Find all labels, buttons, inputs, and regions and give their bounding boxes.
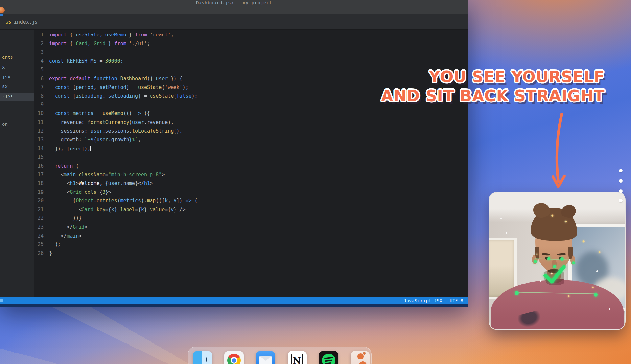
sidebar-item-jsx[interactable]: .jsx (0, 93, 34, 101)
sparkle-icon: ✦ (550, 272, 553, 275)
title-bar[interactable]: Dashboard.jsx — my-project (0, 0, 468, 14)
code-line[interactable]: 3 (34, 49, 468, 58)
desktop: Dashboard.jsx — my-project JS index.js e… (0, 0, 631, 364)
code-line[interactable]: 16 return ( (34, 163, 468, 172)
window-title: Dashboard.jsx — my-project (0, 0, 468, 14)
sidebar-item-on[interactable]: on (0, 122, 34, 129)
sparkle-icon: ✦ (564, 219, 567, 224)
code-line[interactable]: 18 <h1>Welcome, {user.name}</h1> (34, 180, 468, 189)
code-line[interactable]: 13 growth: `+${user.growth}%`, (34, 137, 468, 146)
sparkle-icon: ✦ (598, 250, 601, 255)
code-line[interactable]: 17 <main className="min-h-screen p-8"> (34, 172, 468, 181)
status-left-glyph (0, 299, 3, 302)
headline-line-2: AND SIT BACK STRAIGHT (381, 86, 605, 105)
code-line[interactable]: 23 </Grid> (34, 224, 468, 233)
status-language[interactable]: JavaScript JSX (404, 298, 442, 303)
dock: N (188, 347, 372, 364)
landmark-dot-ear-right (572, 261, 575, 264)
tab-index-js[interactable]: JS index.js (6, 14, 38, 30)
code-line[interactable]: 11 revenue: formatCurrency(user.revenue)… (34, 119, 468, 128)
editor-window: Dashboard.jsx — my-project JS index.js e… (0, 0, 468, 307)
code-line[interactable]: 22 ))} (34, 215, 468, 224)
status-encoding[interactable]: UTF-8 (450, 298, 463, 303)
landmark-dot-eye-right (560, 257, 564, 261)
sparkle-icon: ✦ (550, 213, 555, 219)
sparkle-icon: ✦ (582, 239, 586, 244)
code-line[interactable]: 19 <Grid cols={3}> (34, 189, 468, 198)
sparkle-icon: ✦ (567, 294, 570, 299)
status-bar[interactable]: JavaScript JSX UTF-8 (0, 297, 468, 304)
sidebar-item-ents[interactable]: ents (0, 55, 34, 62)
headline-line-1: YOU SEE YOURSELF (381, 67, 605, 86)
posture-check-icon (542, 264, 567, 284)
js-file-icon: JS (6, 20, 11, 25)
window-bottom-edge (0, 304, 468, 307)
sidebar-item-x[interactable]: x (0, 64, 34, 72)
code-line[interactable]: 10 const metrics = useMemo(() => ({ (34, 110, 468, 119)
sidebar-item-jsx[interactable]: jsx (0, 74, 34, 82)
finder-icon[interactable] (193, 351, 212, 364)
code-line[interactable]: 20 {Object.entries(metrics).map(([k, v])… (34, 198, 468, 207)
code-line[interactable]: 1import { useState, useMemo } from 'reac… (34, 32, 468, 41)
sidebar-item-sx[interactable]: sx (0, 84, 34, 92)
webcam-preview[interactable]: ✦ ✦ ✦ ✦ ✦ ✦ ✦ ✦ (489, 192, 626, 330)
landmark-dot-eye-left (547, 257, 550, 260)
posture-app-icon[interactable] (351, 351, 370, 364)
headline-text: YOU SEE YOURSELF AND SIT BACK STRAIGHT (381, 67, 605, 105)
code-line[interactable]: 26} (34, 250, 468, 259)
down-arrow-icon (551, 112, 569, 189)
code-line[interactable]: 15 (34, 154, 468, 163)
code-line[interactable]: 12 sessions: user.sessions.toLocaleStrin… (34, 128, 468, 137)
sparkle-icon: ✦ (591, 285, 594, 290)
notion-icon[interactable]: N (288, 351, 307, 364)
project-sidebar[interactable]: entsxjsxsx.jsxon (0, 30, 34, 297)
code-line[interactable]: 2import { Card, Grid } from './ui'; (34, 41, 468, 50)
tab-label: index.js (14, 19, 38, 25)
code-line[interactable]: 21 <Card key={k} label={k} value={v} /> (34, 207, 468, 216)
code-line[interactable]: 25 ); (34, 241, 468, 250)
text-cursor (90, 146, 91, 151)
code-lines: 1import { useState, useMemo } from 'reac… (34, 32, 468, 259)
code-line[interactable]: 4const REFRESH_MS = 30000; (34, 58, 468, 67)
tab-bar: JS index.js (0, 14, 468, 30)
code-line[interactable]: 24 </main> (34, 233, 468, 242)
code-line[interactable]: 14 }), [user]); (34, 146, 468, 154)
mail-icon[interactable] (256, 351, 275, 364)
spotify-icon[interactable] (319, 351, 338, 364)
sparkle-icon: ✦ (535, 252, 538, 256)
tab-accent (0, 14, 3, 16)
chrome-icon[interactable] (224, 351, 244, 364)
